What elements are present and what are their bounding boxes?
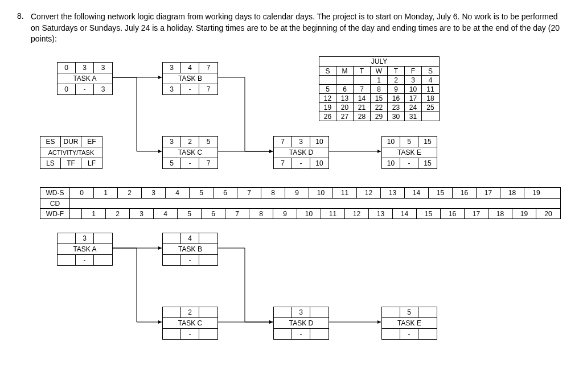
task-e-wd: 10 5 15 TASK E 10 - 15 xyxy=(381,136,437,169)
task-b-cd: 4 TASK B - xyxy=(162,233,218,266)
legend-box: ES DUR EF ACTIVITY/TASK LS TF LF xyxy=(40,136,102,169)
july-calendar: JULY SMTWTFS 123456789101112131415161718… xyxy=(319,56,440,121)
question-number: 8. xyxy=(17,11,31,45)
task-b-wd: 3 4 7 TASK B 3 - 7 xyxy=(162,62,218,95)
question-text: Convert the following network logic diag… xyxy=(31,11,566,45)
wd-cd-strip: WD-S012345678910111213141516171819 CD WD… xyxy=(40,187,561,219)
task-d-wd: 7 3 10 TASK D 7 - 10 xyxy=(273,136,329,169)
task-e-cd: 5 TASK E - xyxy=(381,307,437,340)
task-a-cd: 3 TASK A - xyxy=(57,233,113,266)
task-a-wd: 0 3 3 TASK A 0 - 3 xyxy=(57,62,113,95)
task-d-cd: 3 TASK D - xyxy=(273,307,329,340)
task-c-wd: 3 2 5 TASK C 5 - 7 xyxy=(162,136,218,169)
task-c-cd: 2 TASK C - xyxy=(162,307,218,340)
diagram-area: 0 3 3 TASK A 0 - 3 3 4 7 TASK B 3 - 7 ES… xyxy=(17,56,566,392)
